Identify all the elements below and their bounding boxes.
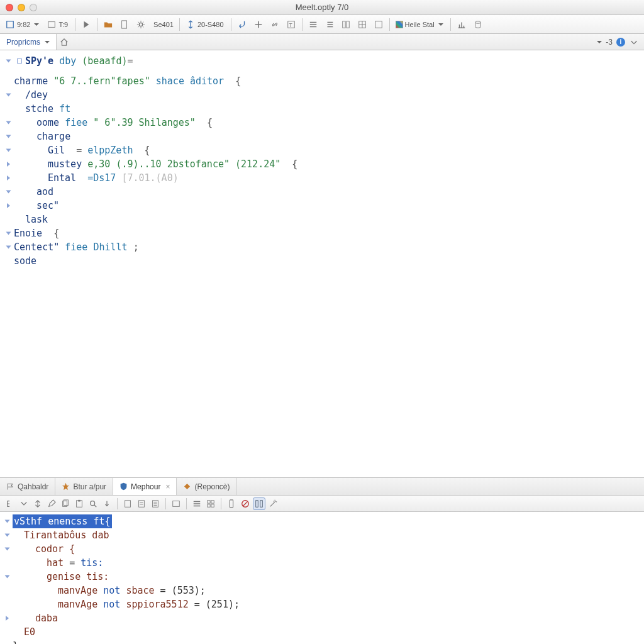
chevron-down-icon[interactable]	[595, 38, 602, 47]
bottom-tab-reponce[interactable]: (Reponcè)	[177, 478, 236, 495]
fold-toggle[interactable]	[1, 547, 13, 552]
code-token: fiee	[65, 240, 87, 254]
bt-cols-icon[interactable]	[253, 497, 265, 510]
toolbar-separator	[450, 18, 451, 31]
svg-text:T: T	[289, 21, 292, 28]
fold-toggle[interactable]	[3, 245, 14, 250]
fold-toggle[interactable]	[3, 175, 14, 180]
toolbar-db-button[interactable]	[470, 18, 486, 31]
fold-toggle[interactable]	[3, 231, 14, 236]
code-token: Dhillt	[93, 240, 127, 254]
toolbar-t9-button[interactable]: T:9	[44, 18, 72, 31]
code-token: vSthf enencss ft{	[13, 514, 112, 528]
toolbar-list2-button[interactable]	[322, 18, 337, 31]
code-token: aod	[36, 185, 53, 199]
toolbar-separator	[97, 18, 97, 31]
bottom-tab-qahbaldr[interactable]: Qahbaldr	[0, 478, 55, 495]
bt-pane-icon[interactable]	[170, 497, 182, 510]
code-token: =	[128, 54, 133, 68]
code-token: dby	[59, 54, 76, 68]
code-editor[interactable]: SPy'e dby (beaafd)= charme "6 7..fern"fa…	[0, 50, 644, 478]
svg-rect-10	[375, 21, 382, 28]
tabbar-right: -3 i	[590, 34, 644, 50]
bottom-toolbar	[0, 496, 644, 512]
toolbar-layout2-button[interactable]	[355, 18, 370, 31]
fold-toggle[interactable]	[1, 533, 13, 538]
code-token: (.9)..10	[116, 157, 161, 171]
toolbar-back-button[interactable]	[235, 18, 250, 31]
flag-icon	[6, 482, 14, 491]
bt-doc2-icon[interactable]	[135, 497, 148, 510]
code-token: (553);	[172, 584, 206, 597]
bottom-tab-btur[interactable]: Btur a/pur	[55, 478, 113, 495]
fold-toggle[interactable]	[3, 58, 14, 64]
fold-toggle[interactable]	[1, 616, 13, 621]
bt-wand-icon[interactable]	[267, 497, 279, 510]
fold-toggle[interactable]	[1, 574, 13, 579]
toolbar-plus-button[interactable]	[251, 18, 266, 31]
code-token: SPy'e	[25, 54, 53, 68]
diamond-icon	[183, 482, 191, 491]
toolbar-separator	[179, 18, 180, 31]
code-token: sec"	[36, 199, 59, 213]
code-token: Ental	[48, 171, 76, 185]
toolbar-link-button[interactable]	[267, 18, 282, 31]
toolbar-doc-button[interactable]	[117, 18, 132, 31]
toolbar-folder-button[interactable]	[101, 18, 116, 31]
fold-toggle[interactable]	[3, 203, 14, 208]
toolbar-se-button[interactable]: Se401	[151, 18, 176, 31]
bt-block-icon[interactable]	[239, 497, 252, 510]
toolbar-layout1-button[interactable]	[338, 18, 353, 31]
code-token: /dey	[25, 88, 48, 102]
bt-lines-icon[interactable]	[191, 497, 203, 510]
line-marker[interactable]	[14, 58, 25, 64]
tab-home-button[interactable]	[57, 35, 72, 49]
bt-paste-icon[interactable]	[73, 497, 86, 510]
bt-tree-icon[interactable]	[4, 497, 16, 510]
fold-toggle[interactable]	[3, 162, 14, 167]
svg-rect-8	[346, 21, 348, 28]
bt-unfold-icon[interactable]	[31, 497, 44, 510]
bt-doc-icon[interactable]	[121, 497, 134, 510]
svg-rect-30	[260, 500, 263, 507]
bottom-panel[interactable]: vSthf enencss ft{ Tirantabôus dab codor …	[0, 512, 644, 644]
info-icon[interactable]: i	[616, 38, 625, 47]
fold-toggle[interactable]	[3, 189, 14, 194]
zoom-window-button[interactable]	[30, 4, 37, 11]
close-tab-icon[interactable]: ×	[165, 482, 170, 491]
toolbar-gear-button[interactable]	[133, 18, 150, 31]
toolbar-style-combo[interactable]: Heile Stal	[393, 18, 447, 31]
toolbar-layout3-button[interactable]	[371, 18, 386, 31]
toolbar-20-button[interactable]: 20-S480	[183, 18, 228, 31]
fold-toggle[interactable]	[3, 120, 14, 125]
toolbar-list1-button[interactable]	[306, 18, 321, 31]
bt-down-icon[interactable]	[101, 497, 113, 510]
bt-fold-icon[interactable]	[18, 497, 30, 510]
tab-propricms[interactable]: Propricms	[0, 34, 57, 50]
fold-toggle[interactable]	[3, 134, 14, 139]
toolbar-play-button[interactable]	[79, 18, 94, 31]
fold-toggle[interactable]	[3, 148, 14, 153]
bt-grid-icon[interactable]	[204, 497, 217, 510]
code-token: daba	[35, 611, 58, 625]
bt-edit-icon[interactable]	[45, 497, 58, 510]
toolbar-zoom-combo[interactable]: 9:82	[3, 18, 43, 31]
fold-toggle[interactable]	[3, 92, 14, 97]
toolbar-chart-button[interactable]	[454, 18, 469, 31]
code-token: E0	[24, 625, 35, 639]
close-window-button[interactable]	[6, 4, 13, 11]
bt-copy-icon[interactable]	[59, 497, 72, 510]
bottom-tab-mephour[interactable]: Mephour ×	[113, 478, 177, 495]
toolbar-separator	[302, 18, 303, 31]
bt-doc3-icon[interactable]	[149, 497, 162, 510]
fold-toggle[interactable]	[1, 519, 13, 524]
bt-mobile-icon[interactable]	[225, 497, 238, 510]
bt-search-icon[interactable]	[87, 497, 99, 510]
dropdown-icon[interactable]	[629, 37, 639, 47]
toolbar-text-button[interactable]: T	[284, 18, 299, 31]
code-token: =	[160, 584, 166, 597]
minimize-window-button[interactable]	[18, 4, 25, 11]
code-token: 2bstofance"	[167, 157, 230, 171]
svg-rect-23	[208, 500, 210, 502]
code-token: =Ds17	[87, 171, 116, 185]
